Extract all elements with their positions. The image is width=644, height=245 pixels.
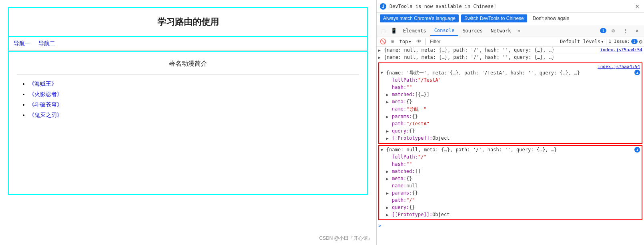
context-selector[interactable]: top ▼ [397,38,413,46]
s2-query-arrow[interactable]: ▶ [386,205,392,210]
anime-link-4[interactable]: 《鬼灭之刃》 [29,112,62,118]
expand-arrow-1[interactable]: ▶ [378,47,384,52]
s1-matched[interactable]: ▶ matched: [{…}] [386,91,642,98]
content-subtitle: 著名动漫简介 [17,56,359,74]
s2-params[interactable]: ▶ params: {} [386,190,642,197]
list-item: 《鬼灭之刃》 [29,112,359,119]
s2-hash: hash: "" [386,161,642,168]
s2-proto-arrow[interactable]: ▶ [386,212,392,217]
console-line-2[interactable]: ▶ {name: null, meta: {…}, path: '/', has… [377,54,644,61]
s1-params[interactable]: ▶ params: {} [386,113,642,120]
s2-matched-arrow[interactable]: ▶ [386,169,392,174]
lang-buttons-bar: Always match Chrome's language Switch De… [377,13,644,25]
section1-header[interactable]: ▼ {name: '导航一', meta: {…}, path: '/TestA… [379,69,642,77]
page-content: 学习路由的使用 导航一 导航二 著名动漫简介 《海贼王》 《火影忍者》 《斗破苍… [0,0,376,245]
devtools-tabs: ⬚ 📱 Elements Console Sources Network » 1… [377,25,644,36]
always-match-button[interactable]: Always match Chrome's language [380,14,459,22]
devtools-tab-right: 1 ⚙ ⋮ ✕ [600,27,642,34]
content-box: 著名动漫简介 《海贼王》 《火影忍者》 《斗破苍穹》 《鬼灭之刃》 [8,51,368,195]
notification-text: DevTools is now available in Chinese! [389,4,630,9]
section2-info-icon: i [634,147,640,153]
section2-header[interactable]: ▼ {name: null, meta: {…}, path: '/', has… [379,147,642,154]
s2-prototype[interactable]: ▶ [[Prototype]]: Object [379,211,642,219]
console-line-1[interactable]: ▶ {name: null, meta: {…}, path: '/', has… [377,47,644,54]
default-levels-button[interactable]: Default levels ▼ [560,39,604,44]
console-section-1: index.js?5aa4:54 ▼ {name: '导航一', meta: {… [378,62,642,144]
expand-arrow-2[interactable]: ▶ [378,54,384,60]
s2-query[interactable]: ▶ query: {} [379,204,642,211]
s2-meta-arrow[interactable]: ▶ [386,176,392,181]
tab-sources[interactable]: Sources [458,25,487,36]
settings-icon[interactable]: ⚙ [610,27,617,34]
devtools-panel: i DevTools is now available in Chinese! … [376,0,644,245]
top-label: top [399,39,408,44]
s1-params-arrow[interactable]: ▶ [386,114,392,119]
section2-fields: fullPath: "/" hash: "" ▶ matched: [] ▶ m… [379,154,642,204]
s1-matched-arrow[interactable]: ▶ [386,92,392,97]
clear-console-icon[interactable]: 🚫 [378,38,388,45]
filter-icon[interactable]: ⊘ [389,38,396,45]
s1-query-arrow[interactable]: ▶ [386,128,392,133]
s1-meta-arrow[interactable]: ▶ [386,99,392,104]
s2-meta[interactable]: ▶ meta: {} [386,175,642,183]
page-title: 学习路由的使用 [8,7,368,37]
default-levels-arrow: ▼ [601,40,603,44]
device-icon[interactable]: 📱 [390,27,397,34]
info-icon: i [380,3,386,10]
context-dropdown-icon: ▼ [409,40,411,44]
s2-params-arrow[interactable]: ▶ [386,190,392,195]
section1-header-text: {name: '导航一', meta: {…}, path: '/TestA',… [386,70,633,76]
list-item: 《斗破苍穹》 [29,101,359,108]
s2-matched[interactable]: ▶ matched: [] [386,168,642,175]
nav-bar: 导航一 导航二 [8,37,368,51]
message-badge: 1 [600,28,606,33]
s1-meta[interactable]: ▶ meta: {} [386,98,642,106]
eye-icon[interactable]: 👁 [415,38,423,45]
tab-network[interactable]: Network [487,25,515,36]
s1-proto-arrow[interactable]: ▶ [386,135,392,141]
s1-path: path: "/TestA" [386,120,642,128]
tab-console[interactable]: Console [430,25,459,36]
list-item: 《火影忍者》 [29,91,359,98]
section1-source[interactable]: index.js?5aa4:54 [598,64,640,69]
tab-elements[interactable]: Elements [399,25,430,36]
console-output[interactable]: ▶ {name: null, meta: {…}, path: '/', has… [377,47,644,245]
prompt-arrow: > [378,223,381,229]
anime-link-2[interactable]: 《火影忍者》 [29,91,62,97]
nav-link-1[interactable]: 导航一 [14,40,30,47]
inspect-icon[interactable]: ⬚ [380,27,387,34]
console-settings-icon[interactable]: ⚙ [639,38,642,45]
section2-header-text: {name: null, meta: {…}, path: '/', hash:… [386,147,633,153]
anime-list: 《海贼王》 《火影忍者》 《斗破苍穹》 《鬼灭之刃》 [17,80,359,119]
section2-expand[interactable]: ▼ [381,147,386,152]
separator2 [606,38,606,45]
s2-path: path: "/" [386,197,642,204]
issue-badge[interactable]: 1 Issue: 1 [609,39,638,44]
console-prompt[interactable]: > [377,221,644,230]
s1-prototype[interactable]: ▶ [[Prototype]]: Object [379,135,642,142]
console-section-2: ▼ {name: null, meta: {…}, path: '/', has… [378,145,642,220]
console-content-2: {name: null, meta: {…}, path: '/', hash:… [384,54,642,60]
s1-query[interactable]: ▶ query: {} [379,128,642,135]
switch-to-chinese-button[interactable]: Switch DevTools to Chinese [461,14,527,22]
console-toolbar: 🚫 ⊘ top ▼ 👁 Default levels ▼ 1 Issue: 1 … [377,36,644,47]
s1-fullpath: fullPath: "/TestA" [386,77,642,84]
browser-panel: 学习路由的使用 导航一 导航二 著名动漫简介 《海贼王》 《火影忍者》 《斗破苍… [0,0,376,245]
source-link-1[interactable]: index.js?5aa4:54 [600,47,642,52]
tab-more[interactable]: » [515,25,523,36]
s1-name: name: "导航一" [386,106,642,113]
filter-input[interactable] [428,38,558,45]
anime-link-3[interactable]: 《斗破苍穹》 [29,101,62,108]
more-options-icon[interactable]: ⋮ [622,27,629,34]
dont-show-again-button[interactable]: Don't show again [530,14,573,22]
console-content-1: {name: null, meta: {…}, path: '/', hash:… [384,47,598,53]
section1-info-icon: i [634,70,640,75]
anime-link-1[interactable]: 《海贼王》 [29,80,57,87]
s2-fullpath: fullPath: "/" [386,154,642,161]
close-button[interactable]: × [634,2,641,10]
section1-expand[interactable]: ▼ [381,70,386,75]
s1-hash: hash: "" [386,84,642,91]
devtools-close-icon[interactable]: ✕ [634,27,641,34]
s2-name: name: null [386,183,642,190]
nav-link-2[interactable]: 导航二 [38,40,55,47]
